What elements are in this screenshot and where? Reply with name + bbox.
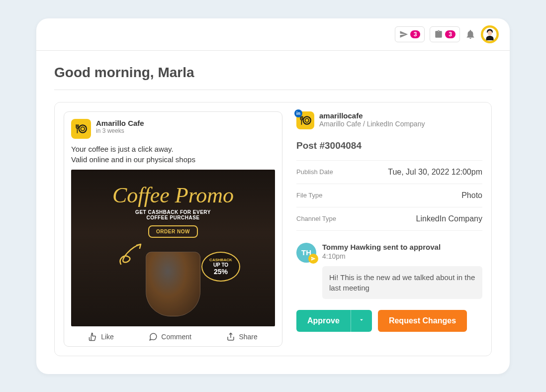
approve-button[interactable]: Approve <box>296 310 351 332</box>
activity-message: Hi! This is the new ad we talked about i… <box>322 266 482 299</box>
coffee-glass-graphic <box>146 252 200 316</box>
bell-icon[interactable] <box>465 29 476 40</box>
post-id: Post #3004084 <box>296 140 482 151</box>
post-details: in amarillocafe Amarillo Cafe / LinkedIn… <box>296 111 482 347</box>
svg-point-3 <box>303 116 311 124</box>
publish-date-value: Tue, Jul 30, 2022 12:00pm <box>388 168 482 177</box>
brand-logo <box>71 119 91 139</box>
comment-button[interactable]: Comment <box>149 332 191 341</box>
svg-point-4 <box>305 118 309 122</box>
brand-name: Amarillo Cafe <box>96 119 144 127</box>
user-avatar[interactable] <box>481 25 499 43</box>
promo-subtitle: GET CASHBACK FOR EVERY COFFEE PURCHASE <box>135 209 211 220</box>
main-content: Good morning, Marla Amarillo Cafe in 3 w… <box>36 51 510 374</box>
sent-badge-icon <box>308 254 318 264</box>
like-label: Like <box>101 333 114 341</box>
post-text-line2: Valid online and in our physical shops <box>71 155 195 164</box>
activity-title: Tommy Hawking sent to approval <box>322 243 482 251</box>
promo-title: Coffee Promo <box>112 185 234 206</box>
clipboard-icon <box>434 30 443 39</box>
sent-notifications-button[interactable]: 3 <box>395 26 425 42</box>
channel-header: in amarillocafe Amarillo Cafe / LinkedIn… <box>296 111 482 129</box>
share-button[interactable]: Share <box>226 332 257 341</box>
fork-plate-icon <box>75 122 88 135</box>
activity-body: Tommy Hawking sent to approval 4:10pm Hi… <box>322 243 482 299</box>
approval-panel: Amarillo Cafe in 3 weeks Your coffee is … <box>54 102 492 356</box>
comment-icon <box>149 332 158 341</box>
approve-group: Approve <box>296 310 372 332</box>
channel-type-row: Channel Type LinkedIn Company <box>296 207 482 231</box>
comment-label: Comment <box>161 333 191 341</box>
avatar-image <box>482 27 497 42</box>
tasks-count-badge: 3 <box>445 30 455 38</box>
schedule-time: in 3 weeks <box>96 127 144 134</box>
file-type-label: File Type <box>296 192 323 199</box>
svg-point-1 <box>79 125 87 132</box>
cashback-value: 25% <box>214 268 228 276</box>
publish-date-label: Publish Date <box>296 168 333 176</box>
header: 3 3 <box>36 18 510 51</box>
post-preview-card: Amarillo Cafe in 3 weeks Your coffee is … <box>64 111 282 347</box>
tasks-button[interactable]: 3 <box>430 26 460 42</box>
linkedin-badge-icon: in <box>294 109 302 117</box>
cashback-bubble: CASHBACK UP TO 25% <box>201 252 240 282</box>
file-type-value: Photo <box>461 191 482 200</box>
channel-type-value: LinkedIn Company <box>416 214 482 223</box>
channel-type-label: Channel Type <box>296 215 336 222</box>
approve-dropdown-button[interactable] <box>351 310 372 332</box>
like-button[interactable]: Like <box>89 332 114 341</box>
post-actions: Like Comment Share <box>71 326 275 341</box>
publish-date-row: Publish Date Tue, Jul 30, 2022 12:00pm <box>296 160 482 184</box>
arrow-doodle-icon <box>116 239 146 279</box>
action-buttons: Approve Request Changes <box>296 310 482 332</box>
request-changes-button[interactable]: Request Changes <box>378 310 467 332</box>
activity-time: 4:10pm <box>322 252 482 260</box>
activity-avatar: TH <box>296 243 316 263</box>
post-text: Your coffee is just a click away. Valid … <box>71 144 275 165</box>
promo-image: Coffee Promo GET CASHBACK FOR EVERY COFF… <box>71 170 275 326</box>
greeting-title: Good morning, Marla <box>54 65 492 90</box>
cashback-label: CASHBACK <box>209 258 232 262</box>
channel-description: Amarillo Cafe / LinkedIn Company <box>319 120 425 128</box>
sent-count-badge: 3 <box>410 30 421 38</box>
file-type-row: File Type Photo <box>296 184 482 207</box>
activity-entry: TH Tommy Hawking sent to approval 4:10pm… <box>296 243 482 299</box>
share-label: Share <box>239 333 257 341</box>
cashback-upto: UP TO <box>213 262 228 268</box>
post-header: Amarillo Cafe in 3 weeks <box>71 119 275 139</box>
post-text-line1: Your coffee is just a click away. <box>71 145 174 153</box>
channel-logo-wrap: in <box>296 111 314 129</box>
share-icon <box>226 332 235 341</box>
channel-handle: amarillocafe <box>319 111 425 120</box>
like-icon <box>89 332 97 341</box>
order-now-button: ORDER NOW <box>148 225 198 238</box>
app-window: 3 3 Good morning, Marla <box>36 18 510 374</box>
chevron-down-icon <box>358 316 365 323</box>
svg-point-2 <box>81 127 85 131</box>
paper-plane-icon <box>399 30 408 39</box>
